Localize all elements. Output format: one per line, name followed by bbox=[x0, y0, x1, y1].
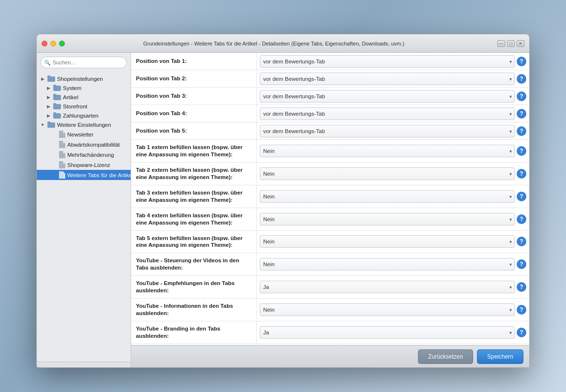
form-select-extern-tab5[interactable]: NeinJa bbox=[260, 235, 515, 248]
form-label: Tab 3 extern befüllen lassen (bspw. über… bbox=[131, 185, 257, 208]
sidebar-item-mehrfachaenderung[interactable]: Mehrfachänderung bbox=[37, 150, 131, 160]
sidebar-item-shopware-lizenz[interactable]: Shopware-Lizenz bbox=[37, 160, 131, 170]
form-label: Tab 4 extern befüllen lassen (bspw. über… bbox=[131, 208, 257, 230]
sidebar-label-zahlungsarten: Zahlungsarten bbox=[63, 113, 99, 119]
help-button[interactable]: ? bbox=[517, 282, 526, 292]
reset-button[interactable]: Zurücksetzen bbox=[418, 349, 473, 364]
minimize-button[interactable] bbox=[50, 41, 56, 46]
form-label: Position von Tab 1: bbox=[131, 53, 257, 70]
form-control-wrap: NeinJa? bbox=[257, 185, 529, 208]
help-button[interactable]: ? bbox=[517, 192, 526, 201]
tree-area: ▶ Shopeinstellungen ▶ System ▶ Artikel bbox=[37, 72, 131, 362]
form-select-youtube-branding[interactable]: NeinJa bbox=[260, 326, 515, 339]
form-select-youtube-informationen[interactable]: NeinJa bbox=[260, 303, 515, 316]
help-button[interactable]: ? bbox=[517, 259, 526, 269]
form-control-wrap: NeinJa? bbox=[257, 140, 529, 162]
sidebar-item-newsletter[interactable]: Newsletter bbox=[37, 129, 131, 139]
form-row: Position von Tab 5:vor dem Bewertungs-Ta… bbox=[131, 122, 529, 140]
form-row: Tab 5 extern befüllen lassen (bspw. über… bbox=[131, 231, 529, 254]
help-button[interactable]: ? bbox=[517, 328, 526, 337]
main-window: Grundeinstellungen - Weitere Tabs für di… bbox=[36, 34, 530, 368]
help-button[interactable]: ? bbox=[517, 126, 526, 136]
expander-placeholder bbox=[51, 162, 57, 168]
help-button[interactable]: ? bbox=[517, 169, 526, 179]
form-select-pos-tab2[interactable]: vor dem Bewertungs-Tabnach dem Bewertung… bbox=[260, 73, 515, 85]
search-box: 🔍 bbox=[41, 57, 127, 68]
form-label: Position von Tab 5: bbox=[131, 122, 257, 139]
folder-icon bbox=[53, 85, 61, 91]
sidebar-item-weitere-tabs[interactable]: Weitere Tabs für die Artikel - D... bbox=[37, 170, 131, 180]
help-button[interactable]: ? bbox=[517, 305, 526, 315]
form-select-pos-tab3[interactable]: vor dem Bewertungs-Tabnach dem Bewertung… bbox=[260, 90, 515, 103]
sidebar-label-system: System bbox=[63, 85, 81, 91]
select-wrap: NeinJa bbox=[260, 213, 515, 226]
select-wrap: vor dem Bewertungs-Tabnach dem Bewertung… bbox=[260, 55, 515, 68]
form-label: YouTube - Informationen in den Tabs ausb… bbox=[131, 299, 257, 321]
help-button[interactable]: ? bbox=[517, 57, 526, 66]
form-control-wrap: NeinJa? bbox=[257, 276, 529, 298]
form-select-extern-tab2[interactable]: NeinJa bbox=[260, 167, 515, 180]
select-wrap: vor dem Bewertungs-Tabnach dem Bewertung… bbox=[260, 90, 515, 103]
form-select-extern-tab3[interactable]: NeinJa bbox=[260, 190, 515, 203]
form-row: Position von Tab 3:vor dem Bewertungs-Ta… bbox=[131, 88, 529, 105]
form-select-youtube-steuerung[interactable]: NeinJa bbox=[260, 258, 515, 271]
win-min-btn[interactable]: — bbox=[497, 40, 505, 47]
form-row: Position von Tab 2:vor dem Bewertungs-Ta… bbox=[131, 70, 529, 88]
form-select-extern-tab1[interactable]: NeinJa bbox=[260, 145, 515, 157]
win-close-btn[interactable]: ✕ bbox=[517, 40, 524, 47]
form-row: Tab 1 extern befüllen lassen (bspw. über… bbox=[131, 140, 529, 163]
sidebar-item-artikel[interactable]: ▶ Artikel bbox=[37, 92, 131, 102]
sidebar-item-shopeinstellungen[interactable]: ▶ Shopeinstellungen bbox=[37, 74, 131, 83]
help-button[interactable]: ? bbox=[517, 237, 526, 246]
file-icon bbox=[59, 171, 65, 179]
file-icon bbox=[59, 151, 65, 158]
traffic-lights bbox=[42, 41, 65, 46]
form-control-wrap: vor dem Bewertungs-Tabnach dem Bewertung… bbox=[257, 105, 529, 122]
select-wrap: vor dem Bewertungs-Tabnach dem Bewertung… bbox=[260, 107, 515, 120]
expander-placeholder bbox=[51, 152, 57, 158]
help-button[interactable]: ? bbox=[517, 109, 526, 119]
maximize-button[interactable] bbox=[59, 41, 65, 46]
sidebar-item-storefront[interactable]: ▶ Storefront bbox=[37, 102, 131, 111]
form-label: YouTube - Empfehlungen in den Tabs ausbl… bbox=[131, 276, 257, 298]
sidebar-label-artikel: Artikel bbox=[63, 94, 78, 100]
save-button[interactable]: Speichern bbox=[477, 349, 523, 364]
expander-icon: ▶ bbox=[45, 94, 51, 100]
form-select-pos-tab1[interactable]: vor dem Bewertungs-Tabnach dem Bewertung… bbox=[260, 55, 515, 68]
help-button[interactable]: ? bbox=[517, 214, 526, 224]
select-wrap: NeinJa bbox=[260, 167, 515, 180]
win-restore-btn[interactable]: □ bbox=[507, 40, 515, 47]
sidebar-item-system[interactable]: ▶ System bbox=[37, 83, 131, 92]
sidebar-item-zahlungsarten[interactable]: ▶ Zahlungsarten bbox=[37, 111, 131, 120]
form-control-wrap: NeinJa? bbox=[257, 208, 529, 230]
search-input[interactable] bbox=[41, 57, 127, 68]
form-row: YouTube - Branding in den Tabs ausblende… bbox=[131, 321, 529, 344]
help-button[interactable]: ? bbox=[517, 74, 526, 84]
help-button[interactable]: ? bbox=[517, 146, 526, 156]
form-select-extern-tab4[interactable]: NeinJa bbox=[260, 213, 515, 226]
file-icon bbox=[59, 131, 65, 138]
close-button[interactable] bbox=[42, 41, 47, 46]
sidebar-item-abwaertskompatibilitaet[interactable]: Abwärtskompatibilität bbox=[37, 139, 131, 150]
sidebar-label-storefront: Storefront bbox=[63, 104, 88, 109]
form-control-wrap: NeinJa? bbox=[257, 321, 529, 344]
help-button[interactable]: ? bbox=[517, 91, 526, 101]
form-label: Tab 1 extern befüllen lassen (bspw. über… bbox=[131, 140, 257, 162]
sidebar-label-weitere-einstellungen: Weitere Einstellungen bbox=[57, 122, 111, 128]
folder-icon bbox=[53, 103, 61, 109]
expander-icon: ▼ bbox=[40, 122, 45, 128]
expander-placeholder bbox=[51, 172, 57, 178]
expander-icon: ▶ bbox=[45, 85, 51, 91]
file-icon bbox=[59, 161, 65, 168]
form-select-pos-tab4[interactable]: vor dem Bewertungs-Tabnach dem Bewertung… bbox=[260, 107, 515, 120]
form-select-youtube-empfehlungen[interactable]: NeinJa bbox=[260, 281, 515, 293]
form-row: Tab 2 extern befüllen lassen (bspw. über… bbox=[131, 163, 529, 185]
sidebar-item-weitere-einstellungen[interactable]: ▼ Weitere Einstellungen bbox=[37, 120, 131, 129]
form-select-pos-tab5[interactable]: vor dem Bewertungs-Tabnach dem Bewertung… bbox=[260, 125, 515, 137]
form-row: Position von Tab 1:vor dem Bewertungs-Ta… bbox=[131, 53, 529, 70]
folder-icon bbox=[47, 75, 55, 82]
expander-placeholder bbox=[51, 132, 57, 137]
form-control-wrap: vor dem Bewertungs-Tabnach dem Bewertung… bbox=[257, 88, 529, 105]
footer-bar: Zurücksetzen Speichern bbox=[131, 345, 529, 367]
form-label: YouTube - Branding in den Tabs ausblende… bbox=[131, 321, 257, 344]
